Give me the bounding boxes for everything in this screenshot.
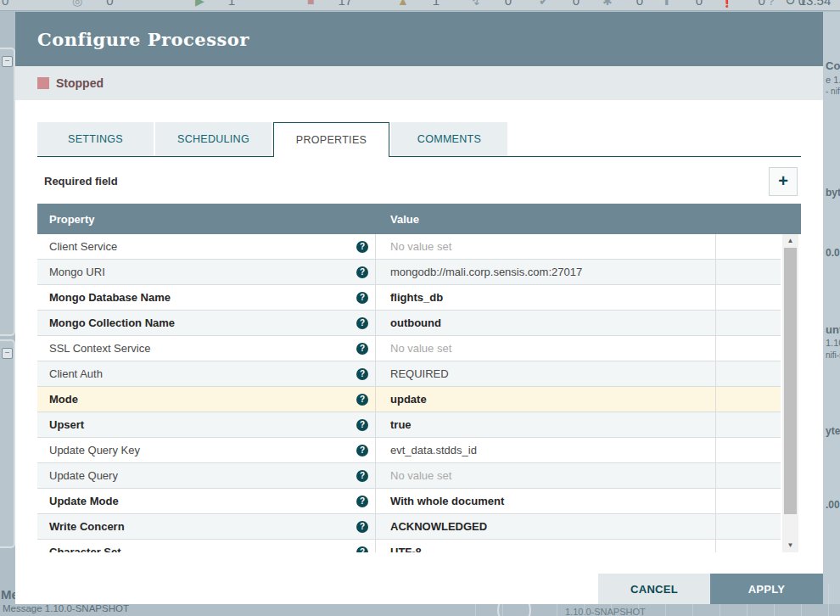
row-actions-cell	[716, 489, 781, 513]
property-value[interactable]: update	[390, 393, 427, 406]
dialog-tabs: SETTINGSSCHEDULINGPROPERTIESCOMMENTS	[37, 122, 801, 157]
value-column-header: Value	[376, 213, 419, 226]
scrollbar-down-arrow-icon[interactable]: ▼	[782, 539, 798, 552]
scrollbar-up-arrow-icon[interactable]: ▲	[782, 234, 798, 248]
canvas-text-fragment: unt	[826, 323, 840, 336]
table-header: Property Value	[37, 204, 801, 234]
property-column-header: Property	[37, 213, 376, 226]
tab-scheduling[interactable]: SCHEDULING	[155, 122, 272, 156]
row-actions-cell	[716, 540, 781, 552]
property-row[interactable]: Upsert?true	[37, 412, 781, 438]
property-value[interactable]: evt_data.stdds_id	[390, 444, 477, 456]
property-row[interactable]: Write Concern?ACKNOWLEDGED	[37, 514, 781, 540]
add-property-button[interactable]: +	[769, 167, 798, 196]
tab-properties[interactable]: PROPERTIES	[273, 122, 389, 157]
property-row[interactable]: Update Query?No value set	[37, 463, 781, 489]
property-value[interactable]: REQUIRED	[390, 367, 449, 380]
canvas-text-fragment: nifi-s	[826, 350, 840, 360]
tab-settings[interactable]: SETTINGS	[37, 122, 154, 156]
property-name: Client Service	[49, 240, 117, 253]
help-icon[interactable]: ?	[356, 368, 368, 380]
help-icon[interactable]: ?	[356, 470, 368, 482]
property-name: Mongo URI	[49, 266, 105, 278]
locally-modified-icon: ✱0	[602, 0, 643, 10]
property-name: Upsert	[49, 418, 84, 431]
property-name: Write Concern	[49, 520, 125, 533]
property-row[interactable]: Update Query Key?evt_data.stdds_id	[37, 438, 781, 463]
property-name: Update Query	[49, 469, 118, 482]
property-row[interactable]: Client Auth?REQUIRED	[37, 361, 781, 387]
property-value[interactable]: UTF-8	[390, 546, 422, 552]
row-actions-cell	[716, 514, 781, 539]
canvas-text-fragment: yte	[826, 425, 840, 437]
canvas-text-fragment: 1.10	[826, 338, 840, 348]
property-name: Update Query Key	[49, 444, 140, 456]
invalid-icon: ▲1	[397, 0, 440, 10]
help-icon[interactable]: ?	[356, 343, 368, 355]
property-name: Client Auth	[49, 367, 103, 380]
property-value[interactable]: No value set	[390, 469, 451, 482]
row-actions-cell	[716, 387, 781, 412]
property-value[interactable]: true	[390, 418, 412, 431]
row-actions-cell	[716, 361, 781, 386]
property-value[interactable]: With whole document	[390, 495, 504, 507]
property-value[interactable]: outbound	[390, 316, 441, 329]
property-name: Mongo Collection Name	[49, 316, 175, 329]
help-icon[interactable]: ?	[356, 546, 368, 553]
canvas-text-fragment: .00	[826, 499, 840, 511]
row-actions-cell	[716, 311, 781, 335]
dialog-footer: CANCEL APPLY	[598, 574, 823, 604]
property-row[interactable]: Character Set?UTF-8	[37, 540, 781, 552]
property-row[interactable]: Mode?update	[37, 387, 781, 412]
property-row[interactable]: Client Service?No value set	[37, 234, 781, 260]
canvas-status-bar: 0◎0▶1■17▲1↯0✔0✱0⬆0❗0?0↻ 13:54	[0, 0, 840, 11]
canvas-text-fragment: 0.0	[826, 247, 840, 259]
table-scrollbar[interactable]: ▲ ▼	[782, 234, 798, 552]
refresh-time: ↻ 13:54	[785, 0, 831, 10]
property-row[interactable]: Mongo URI?mongodb://mali.corp.sensis.com…	[37, 260, 781, 285]
dialog-header: Configure Processor	[15, 12, 823, 66]
help-icon[interactable]: ?	[356, 496, 368, 507]
required-field-label: Required field	[44, 167, 118, 196]
property-value[interactable]: No value set	[390, 240, 451, 253]
running-icon: ▶1	[195, 0, 235, 10]
property-name: Mode	[49, 393, 78, 406]
help-icon[interactable]: ?	[356, 241, 368, 253]
canvas-group-fragment	[0, 48, 15, 336]
help-icon[interactable]: ?	[356, 419, 368, 431]
property-name: Update Mode	[49, 495, 119, 507]
property-row[interactable]: Mongo Database Name?flights_db	[37, 285, 781, 311]
processor-status-bar: Stopped	[15, 66, 823, 100]
property-row[interactable]: Update Mode?With whole document	[37, 489, 781, 514]
help-icon[interactable]: ?	[356, 317, 368, 329]
row-actions-cell	[716, 336, 781, 361]
help-icon[interactable]: ?	[356, 394, 368, 406]
collapse-icon: –	[2, 56, 13, 67]
stale-icon: ⬆0	[662, 0, 703, 10]
apply-button[interactable]: APPLY	[710, 574, 823, 604]
row-actions-cell	[716, 260, 781, 284]
canvas-processor-caption: Message 1.10.0-SNAPSHOT	[3, 603, 129, 613]
property-value[interactable]: flights_db	[390, 291, 443, 304]
property-row[interactable]: SSL Context Service?No value set	[37, 336, 781, 361]
property-value[interactable]: mongodb://mali.corp.sensis.com:27017	[390, 266, 582, 278]
properties-table: Property Value Client Service?No value s…	[37, 204, 801, 552]
canvas-group-fragment	[0, 339, 15, 548]
canvas-right-processor-column	[823, 12, 840, 604]
up-to-date-icon: ✔0	[539, 0, 580, 10]
help-icon[interactable]: ?	[356, 266, 368, 278]
cancel-button[interactable]: CANCEL	[598, 574, 710, 604]
property-value[interactable]: ACKNOWLEDGED	[390, 520, 487, 533]
disabled-icon: ↯0	[471, 0, 512, 10]
canvas-text-fragment: e 1.	[826, 75, 840, 85]
property-value[interactable]: No value set	[390, 342, 451, 355]
property-name: Character Set	[49, 546, 121, 552]
canvas-text-fragment: - nif	[826, 87, 840, 96]
row-actions-cell	[716, 463, 781, 488]
scrollbar-thumb[interactable]	[784, 248, 797, 514]
help-icon[interactable]: ?	[356, 521, 368, 533]
help-icon[interactable]: ?	[356, 445, 368, 456]
help-icon[interactable]: ?	[356, 292, 368, 304]
tab-comments[interactable]: COMMENTS	[391, 122, 507, 156]
property-row[interactable]: Mongo Collection Name?outbound	[37, 311, 781, 336]
